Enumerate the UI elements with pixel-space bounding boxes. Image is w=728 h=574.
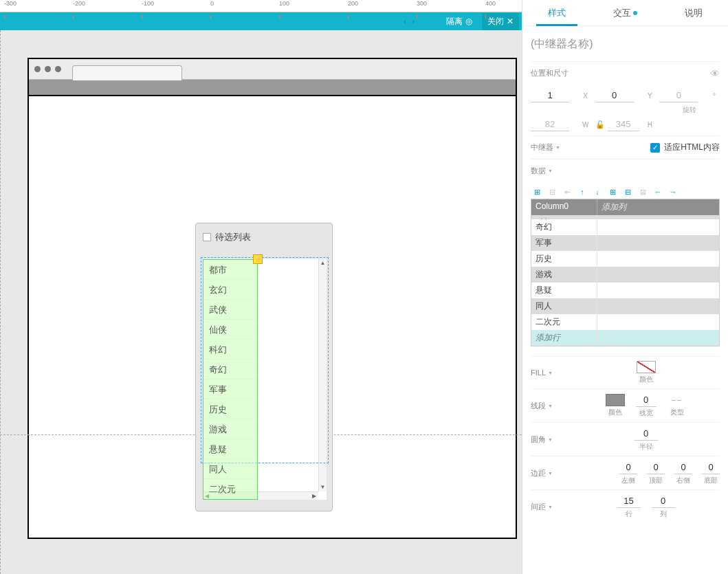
close-label: 关闭: [487, 16, 504, 27]
table-cell[interactable]: 悬疑: [531, 283, 597, 298]
check-icon: ✓: [650, 143, 660, 153]
col-spacing-input[interactable]: [652, 494, 675, 508]
pad-right-input[interactable]: [674, 461, 692, 474]
scroll-up-icon[interactable]: ▲: [319, 259, 327, 267]
close-icon: ✕: [507, 16, 514, 26]
panel-checkbox[interactable]: [203, 233, 211, 241]
add-column-icon[interactable]: ⊞: [531, 186, 543, 197]
inspector-panel: 样式 交互 说明 (中继器名称) 位置和尺寸 👁 X Y °: [522, 0, 728, 574]
add-row-cell[interactable]: 添加行: [531, 330, 597, 346]
prev-icon[interactable]: ←: [652, 186, 664, 197]
remove-row-icon[interactable]: ⊟: [621, 186, 634, 197]
table-cell[interactable]: 奇幻: [531, 219, 597, 235]
window-dot-icon: [34, 66, 41, 72]
pad-bottom-input[interactable]: [702, 461, 720, 474]
interaction-dot-icon: [633, 11, 637, 15]
table-cell[interactable]: 二次元: [531, 314, 597, 330]
tab-style[interactable]: 样式: [522, 0, 591, 25]
canvas[interactable]: 待选列表 ▲ ▼ ◀ ▶ ⚡ 都市 玄幻 武侠: [0, 30, 522, 574]
section-fill[interactable]: FILL▼: [531, 368, 572, 377]
list-panel-widget[interactable]: 待选列表 ▲ ▼ ◀ ▶ ⚡ 都市 玄幻 武侠: [195, 223, 333, 511]
add-column-header[interactable]: 添加列: [597, 199, 719, 215]
line-color-swatch[interactable]: [606, 394, 625, 406]
radius-input[interactable]: [635, 427, 658, 441]
data-table[interactable]: Column0 添加列 科幻 奇幻 军事 历史 游戏 悬疑 同人 二次元 添加行: [531, 199, 720, 346]
table-cell[interactable]: 军事: [531, 235, 597, 251]
address-bar: [29, 80, 516, 96]
lightning-icon[interactable]: ⚡: [253, 254, 263, 264]
pad-top-input[interactable]: [647, 461, 665, 474]
section-spacing[interactable]: 间距▼: [531, 502, 572, 512]
section-radius[interactable]: 圆角▼: [531, 434, 572, 445]
list-item[interactable]: 武侠: [203, 300, 257, 320]
tab-interaction[interactable]: 交互: [591, 0, 660, 25]
list-item[interactable]: 玄幻: [203, 280, 257, 300]
list-item[interactable]: 科幻: [203, 340, 257, 360]
table-cell[interactable]: 历史: [531, 251, 597, 267]
scrollbar-vertical[interactable]: ▲ ▼: [318, 259, 327, 492]
row-spacing-input[interactable]: [617, 494, 641, 508]
isolate-label: 隔离: [446, 16, 463, 27]
section-line[interactable]: 线段▼: [531, 401, 572, 411]
list-item[interactable]: 仙侠: [203, 320, 257, 340]
widget-name[interactable]: (中继器名称): [531, 32, 720, 61]
clear-icon[interactable]: ⊠: [637, 186, 649, 197]
list-item[interactable]: 历史: [203, 399, 257, 419]
nav-next-icon[interactable]: ›: [410, 16, 417, 26]
close-isolation-button[interactable]: 关闭 ✕: [482, 13, 519, 30]
pad-left-input[interactable]: [619, 461, 637, 474]
list-item[interactable]: 奇幻: [203, 360, 257, 379]
section-repeater[interactable]: 中继器▼: [531, 142, 572, 153]
move-col-left-icon[interactable]: ⇤: [561, 186, 573, 197]
scroll-down-icon[interactable]: ▼: [319, 483, 327, 492]
x-input[interactable]: [531, 89, 569, 102]
panel-header: 待选列表: [196, 223, 332, 251]
list-item[interactable]: 游戏: [203, 419, 257, 439]
data-toolbar: ⊞ ⊟ ⇤ ↑ ↓ ⊞ ⊟ ⊠ ← →: [531, 182, 720, 199]
visibility-icon[interactable]: 👁: [710, 68, 720, 79]
section-position-size: 位置和尺寸: [531, 68, 572, 78]
next-icon[interactable]: →: [667, 186, 679, 197]
move-down-icon[interactable]: ↓: [591, 186, 604, 197]
add-row-icon[interactable]: ⊞: [606, 186, 619, 197]
width-input[interactable]: [531, 118, 569, 131]
isolation-bar: ‹ › 隔离 ◎ 关闭 ✕: [0, 12, 522, 30]
list-item[interactable]: 军事: [203, 379, 257, 399]
list-item[interactable]: 同人: [203, 459, 257, 479]
list-item[interactable]: 悬疑: [203, 439, 257, 459]
window-dot-icon: [55, 66, 61, 72]
height-input[interactable]: [608, 118, 639, 131]
window-dot-icon: [45, 66, 51, 72]
list-item[interactable]: 都市: [203, 260, 257, 280]
section-data[interactable]: 数据▼: [531, 166, 572, 176]
remove-column-icon[interactable]: ⊟: [546, 186, 558, 197]
y-input[interactable]: [595, 89, 634, 102]
panel-title: 待选列表: [215, 231, 251, 243]
column-header[interactable]: Column0: [531, 199, 597, 215]
browser-tab: [72, 65, 182, 80]
lock-icon[interactable]: 🔓: [595, 120, 605, 129]
nav-prev-icon[interactable]: ‹: [401, 16, 408, 26]
fit-html-checkbox[interactable]: ✓ 适应HTML内容: [650, 142, 720, 153]
isolate-button[interactable]: 隔离 ◎: [443, 16, 475, 27]
table-cell[interactable]: 同人: [531, 298, 597, 314]
tab-notes[interactable]: 说明: [659, 0, 728, 25]
move-up-icon[interactable]: ↑: [576, 186, 588, 197]
scroll-right-icon[interactable]: ▶: [310, 492, 318, 500]
browser-chrome: [29, 59, 516, 80]
rotation-input[interactable]: [659, 89, 698, 102]
guide-vertical: [0, 30, 1, 574]
line-width-input[interactable]: [636, 393, 657, 407]
list-item[interactable]: 二次元: [203, 479, 257, 499]
fill-color-swatch[interactable]: [637, 361, 656, 373]
inspector-tabs: 样式 交互 说明: [522, 0, 728, 26]
table-cell[interactable]: 游戏: [531, 267, 597, 283]
ruler-horizontal: -300 -200 -100 0 100 200 300 400: [0, 0, 522, 12]
repeater-selection[interactable]: ⚡ 都市 玄幻 武侠 仙侠 科幻 奇幻 军事 历史 游戏 悬疑 同人 二次元: [203, 259, 258, 500]
section-padding[interactable]: 边距▼: [531, 468, 572, 478]
line-type-swatch[interactable]: ┄┄: [668, 394, 687, 406]
target-icon: ◎: [465, 16, 472, 26]
